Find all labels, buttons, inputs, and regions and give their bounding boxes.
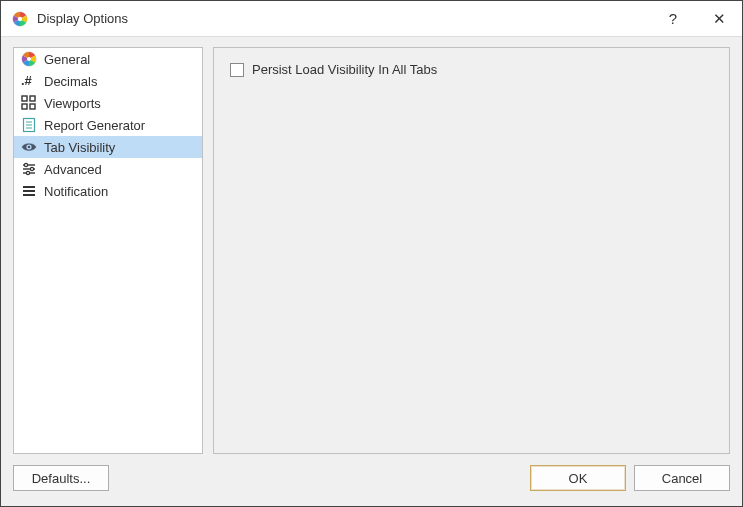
sidebar-item-advanced[interactable]: Advanced [14, 158, 202, 180]
svg-rect-6 [30, 96, 35, 101]
app-icon [11, 10, 29, 28]
sidebar-item-label: Notification [44, 184, 108, 199]
dialog-footer: Defaults... OK Cancel [1, 460, 742, 506]
window-title: Display Options [37, 11, 650, 26]
sidebar-item-notification[interactable]: Notification [14, 180, 202, 202]
hash-icon: .# [20, 72, 38, 90]
sidebar-item-label: Advanced [44, 162, 102, 177]
svg-point-3 [27, 57, 31, 61]
sidebar-item-viewports[interactable]: Viewports [14, 92, 202, 114]
sidebar-item-label: Tab Visibility [44, 140, 115, 155]
svg-point-18 [30, 167, 33, 170]
help-icon: ? [669, 10, 677, 27]
svg-text:.#: .# [21, 73, 33, 88]
svg-rect-7 [22, 104, 27, 109]
sliders-icon [20, 160, 38, 178]
close-button[interactable]: ✕ [696, 1, 742, 37]
ok-button[interactable]: OK [530, 465, 626, 491]
sidebar-item-label: Report Generator [44, 118, 145, 133]
content-panel: Persist Load Visibility In All Tabs [213, 47, 730, 454]
sidebar-item-general[interactable]: General [14, 48, 202, 70]
sidebar-item-label: Viewports [44, 96, 101, 111]
eye-icon [20, 138, 38, 156]
sidebar-item-label: Decimals [44, 74, 97, 89]
grid-icon [20, 94, 38, 112]
close-icon: ✕ [713, 10, 726, 28]
cancel-button[interactable]: Cancel [634, 465, 730, 491]
sidebar-item-decimals[interactable]: .# Decimals [14, 70, 202, 92]
svg-point-20 [26, 171, 29, 174]
color-wheel-icon [20, 50, 38, 68]
svg-rect-8 [30, 104, 35, 109]
sidebar-item-label: General [44, 52, 90, 67]
checkbox-box-icon [230, 63, 244, 77]
checkbox-label: Persist Load Visibility In All Tabs [252, 62, 437, 77]
list-icon [20, 182, 38, 200]
help-button[interactable]: ? [650, 1, 696, 37]
sidebar-item-tab-visibility[interactable]: Tab Visibility [14, 136, 202, 158]
category-sidebar: General .# Decimals [13, 47, 203, 454]
document-icon [20, 116, 38, 134]
titlebar: Display Options ? ✕ [1, 1, 742, 37]
svg-point-1 [18, 16, 22, 20]
svg-rect-5 [22, 96, 27, 101]
svg-point-16 [24, 163, 27, 166]
dialog-window: Display Options ? ✕ [0, 0, 743, 507]
sidebar-item-report-generator[interactable]: Report Generator [14, 114, 202, 136]
svg-point-14 [28, 146, 31, 149]
persist-visibility-checkbox[interactable]: Persist Load Visibility In All Tabs [230, 62, 713, 77]
dialog-body: General .# Decimals [1, 37, 742, 460]
defaults-button[interactable]: Defaults... [13, 465, 109, 491]
